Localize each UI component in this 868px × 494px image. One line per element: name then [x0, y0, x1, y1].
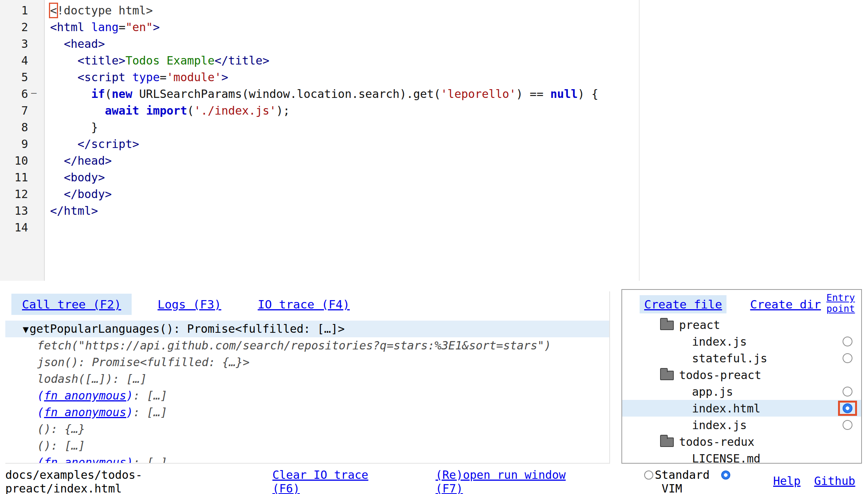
file-row[interactable]: app.js [622, 383, 861, 400]
folder-icon [660, 437, 674, 447]
file-row[interactable]: index.js [622, 417, 861, 433]
code-line[interactable] [50, 219, 868, 236]
collapse-triangle-icon[interactable]: ▼ [23, 324, 29, 335]
line-number: 10 [0, 153, 28, 169]
entry-point-radio[interactable] [843, 387, 852, 396]
line-number: 8 [0, 119, 28, 136]
folder-row[interactable]: todos-preact [622, 367, 861, 383]
line-number: 12 [0, 186, 28, 203]
file-row[interactable]: index.html [622, 400, 861, 417]
line-number: 14 [0, 219, 28, 236]
line-number: 2 [0, 19, 28, 36]
vim-keybindings-label[interactable]: VIM [644, 482, 743, 494]
code-line[interactable]: </head> [50, 153, 868, 169]
entry-point-radio-wrap [838, 417, 857, 433]
panel-tabs: Call tree (F2) Logs (F3) IO trace (F4) [11, 294, 609, 315]
folder-row[interactable]: preact [622, 316, 861, 333]
code-line[interactable]: <script type='module'> [50, 69, 868, 86]
call-tree-row[interactable]: (fn anonymous): […] [5, 454, 609, 464]
call-tree-row[interactable]: (): {…} [5, 421, 609, 437]
line-number: 13 [0, 203, 28, 219]
code-line[interactable]: await import('./index.js'); [50, 102, 868, 119]
file-name: LICENSE.md [692, 452, 761, 464]
folder-name: todos-preact [679, 368, 761, 382]
code-editor[interactable]: 123456–7891011121314 <!doctype html><htm… [0, 0, 868, 281]
folder-name: todos-redux [679, 435, 755, 448]
call-tree-row[interactable]: ▼getPopularLanguages(): Promise<fulfille… [5, 321, 609, 337]
github-link[interactable]: Github [814, 474, 855, 488]
vim-keybindings-radio[interactable] [721, 470, 730, 480]
code-area[interactable]: <!doctype html><html lang="en"> <head> <… [46, 0, 868, 281]
code-line[interactable]: <html lang="en"> [50, 19, 868, 36]
line-number: 9 [0, 136, 28, 153]
fn-anonymous-link[interactable]: fn anonymous [44, 456, 126, 464]
entry-point-radio[interactable] [843, 403, 852, 413]
file-name: index.js [692, 418, 747, 432]
code-line[interactable]: </body> [50, 186, 868, 203]
file-row[interactable]: stateful.js [622, 350, 861, 367]
file-name: stateful.js [692, 352, 767, 365]
standard-keybindings-radio[interactable] [644, 470, 653, 480]
code-line[interactable]: <title>Todos Example</title> [50, 52, 868, 69]
call-tree-row[interactable]: (): […] [5, 437, 609, 454]
code-line[interactable]: <body> [50, 169, 868, 186]
file-row[interactable]: LICENSE.md [622, 450, 861, 464]
entry-point-radio-wrap [838, 384, 857, 399]
tab-io-trace[interactable]: IO trace (F4) [247, 294, 360, 315]
call-tree-row[interactable]: fetch("https://api.github.com/search/rep… [5, 337, 609, 354]
line-number: 1 [0, 2, 28, 19]
help-link[interactable]: Help [773, 474, 800, 488]
call-tree: ▼getPopularLanguages(): Promise<fulfille… [5, 321, 609, 464]
create-dir-button[interactable]: Create dir [745, 295, 826, 313]
code-line[interactable]: </html> [50, 203, 868, 219]
reopen-run-window-button[interactable]: (Re)open run window (F7) [436, 468, 580, 494]
code-line[interactable]: if(new URLSearchParams(window.location.s… [50, 86, 868, 102]
line-number: 11 [0, 169, 28, 186]
file-panel-header: Create file Create dir Entry point [622, 290, 861, 314]
call-tree-row[interactable]: json(): Promise<fulfilled: {…}> [5, 354, 609, 371]
call-tree-row[interactable]: lodash([…]): […] [5, 371, 609, 387]
line-number: 5 [0, 69, 28, 86]
code-line[interactable]: </script> [50, 136, 868, 153]
file-panel: Create file Create dir Entry point preac… [621, 289, 862, 464]
keybindings-radiogroup: Standard VIM [644, 468, 743, 494]
entry-point-highlight-box [838, 401, 857, 416]
fold-toggle-icon[interactable]: – [31, 85, 36, 101]
line-number: 6 [0, 86, 28, 102]
entry-point-radio[interactable] [843, 337, 852, 346]
line-number: 4 [0, 52, 28, 69]
call-tree-row[interactable]: (fn anonymous): […] [5, 387, 609, 404]
file-name: index.js [692, 335, 747, 348]
call-tree-row[interactable]: (fn anonymous): […] [5, 404, 609, 421]
status-bar: docs/examples/todos-preact/index.html Cl… [0, 467, 868, 494]
file-tree: preactindex.jsstateful.jstodos-preactapp… [622, 316, 861, 464]
entry-point-radio[interactable] [843, 420, 852, 430]
entry-point-radio[interactable] [843, 353, 852, 363]
code-line[interactable]: } [50, 119, 868, 136]
code-line[interactable]: <head> [50, 36, 868, 52]
folder-row[interactable]: todos-redux [622, 433, 861, 450]
current-file-path: docs/examples/todos-preact/index.html [5, 468, 146, 494]
standard-keybindings-label[interactable]: Standard [655, 468, 710, 482]
code-line[interactable]: <!doctype html> [50, 2, 868, 19]
file-name: app.js [692, 385, 733, 398]
fn-anonymous-link[interactable]: fn anonymous [44, 406, 126, 419]
folder-name: preact [679, 318, 720, 332]
entry-point-radio-wrap [838, 334, 857, 349]
tab-call-tree[interactable]: Call tree (F2) [11, 294, 132, 315]
editor-gutter: 123456–7891011121314 [0, 0, 45, 281]
clear-io-trace-button[interactable]: Clear IO trace (F6) [272, 468, 386, 494]
file-row[interactable]: index.js [622, 333, 861, 350]
fn-anonymous-link[interactable]: fn anonymous [44, 389, 126, 402]
entry-point-radio-wrap [838, 351, 857, 366]
folder-icon [660, 321, 674, 330]
call-tree-panel: Call tree (F2) Logs (F3) IO trace (F4) ▼… [5, 291, 610, 464]
line-number: 3 [0, 36, 28, 52]
folder-icon [660, 371, 674, 380]
entry-point-header[interactable]: Entry point [826, 292, 856, 314]
tab-logs[interactable]: Logs (F3) [147, 294, 232, 315]
line-number: 7 [0, 102, 28, 119]
file-name: index.html [692, 402, 761, 415]
create-file-button[interactable]: Create file [640, 295, 726, 313]
